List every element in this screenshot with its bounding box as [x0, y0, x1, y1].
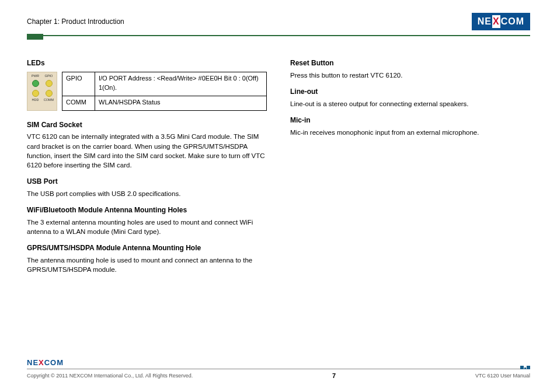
footer-logo-x: X	[39, 358, 44, 368]
usb-text: The USB port complies with USB 2.0 speci…	[27, 189, 267, 198]
table-row: COMM WLAN/HSDPA Status	[62, 96, 267, 110]
led-label-pwr: PWR	[29, 75, 42, 78]
led-dot-pwr	[32, 80, 39, 87]
led-row-desc: I/O PORT Address : <Read/Write> #0EE0H B…	[95, 72, 267, 96]
manual-name: VTC 6120 User Manual	[475, 372, 530, 380]
footer-logo-post: COM	[44, 358, 64, 368]
led-dot-gpio	[46, 80, 53, 87]
micin-heading: Mic-in	[290, 116, 530, 125]
sim-text: VTC 6120 can be internally integrated wi…	[27, 132, 267, 169]
header-rule	[27, 35, 530, 36]
wifi-heading: WiFi/Bluetooth Module Antenna Mounting H…	[27, 205, 267, 215]
leds-table: GPIO I/O PORT Address : <Read/Write> #0E…	[62, 72, 267, 111]
leds-heading: LEDs	[27, 58, 267, 68]
lineout-text: Line-out is a stereo output for connecti…	[290, 99, 530, 108]
led-dot-hdd	[32, 90, 39, 97]
brand-logo: NEXCOM	[472, 13, 530, 30]
usb-heading: USB Port	[27, 177, 267, 187]
led-label-comm: COMM	[42, 99, 55, 108]
leds-diagram: PWR GPIO HDD COMM	[27, 72, 57, 111]
led-row-name: GPIO	[62, 72, 95, 96]
reset-heading: Reset Button	[290, 58, 530, 68]
copyright-text: Copyright © 2011 NEXCOM International Co…	[27, 372, 193, 380]
led-label-gpio: GPIO	[42, 75, 55, 78]
micin-text: Mic-in receives monophonic input from an…	[290, 128, 530, 137]
page-number: 7	[332, 372, 336, 380]
led-label-hdd: HDD	[29, 99, 42, 108]
logo-text-post: COM	[501, 15, 524, 28]
footer-brand-logo: NEXCOM	[27, 358, 64, 368]
table-row: GPIO I/O PORT Address : <Read/Write> #0E…	[62, 72, 267, 96]
lineout-heading: Line-out	[290, 87, 530, 97]
wifi-text: The 3 external antenna mounting holes ar…	[27, 218, 267, 236]
footer-rule	[27, 369, 530, 369]
reset-text: Press this button to restart VTC 6120.	[290, 71, 530, 80]
gprs-heading: GPRS/UMTS/HSDPA Module Antenna Mounting …	[27, 243, 267, 253]
led-dot-comm	[46, 90, 53, 97]
footer-logo-pre: NE	[27, 358, 39, 368]
logo-text-pre: NE	[478, 15, 492, 28]
logo-text-x: X	[492, 15, 500, 28]
led-row-name: COMM	[62, 96, 95, 110]
chapter-title: Chapter 1: Product Introduction	[27, 17, 124, 27]
sim-heading: SIM Card Socket	[27, 120, 267, 130]
led-row-desc: WLAN/HSDPA Status	[95, 96, 267, 110]
gprs-text: The antenna mounting hole is used to mou…	[27, 256, 267, 274]
decorative-squares-icon	[520, 366, 530, 369]
